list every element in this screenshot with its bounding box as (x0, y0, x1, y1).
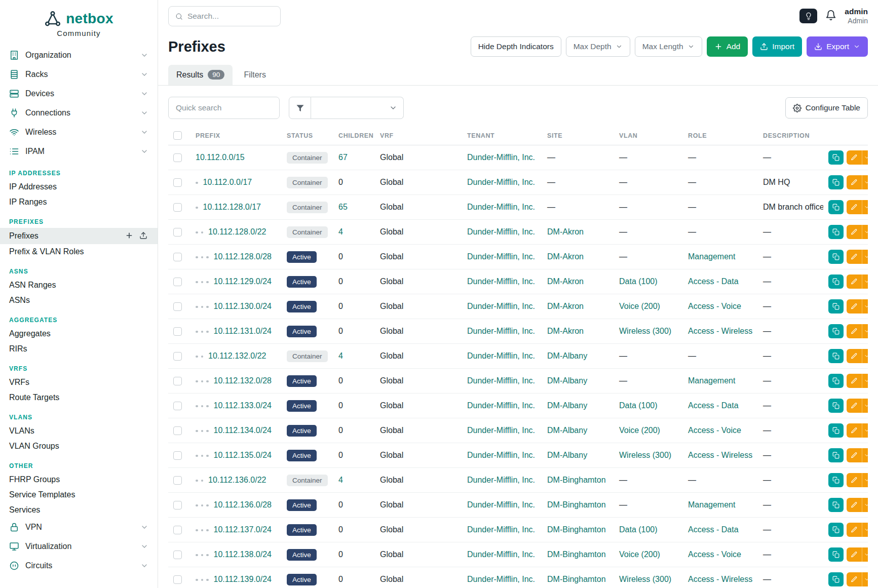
tenant-link[interactable]: Dunder-Mifflin, Inc. (467, 451, 535, 459)
column-header-description[interactable]: DESCRIPTION (758, 126, 823, 145)
edit-dropdown-button[interactable] (862, 498, 868, 512)
clone-button[interactable] (828, 299, 844, 313)
clone-button[interactable] (828, 349, 844, 363)
vlan-link[interactable]: Voice (200) (619, 426, 660, 435)
row-checkbox[interactable] (173, 402, 182, 410)
role-link[interactable]: Management (688, 252, 735, 261)
vlan-link[interactable]: Data (100) (619, 401, 658, 410)
hide-depth-indicators-button[interactable]: Hide Depth Indicators (471, 36, 561, 57)
site-link[interactable]: DM-Albany (547, 376, 587, 385)
tenant-link[interactable]: Dunder-Mifflin, Inc. (467, 178, 535, 186)
children-count[interactable]: 4 (338, 227, 343, 236)
clone-button[interactable] (828, 250, 844, 264)
role-link[interactable]: Management (688, 500, 735, 509)
edit-button[interactable] (847, 200, 862, 214)
clone-button[interactable] (828, 150, 844, 165)
add-button[interactable]: Add (707, 36, 748, 57)
saved-filter-select[interactable] (311, 97, 404, 119)
edit-button[interactable] (847, 225, 862, 239)
edit-button[interactable] (847, 448, 862, 462)
prefix-link[interactable]: 10.112.128.0/22 (208, 227, 266, 236)
role-link[interactable]: Access - Data (688, 525, 739, 534)
row-checkbox[interactable] (173, 228, 182, 237)
tenant-link[interactable]: Dunder-Mifflin, Inc. (467, 476, 535, 484)
vlan-link[interactable]: Wireless (300) (619, 575, 671, 583)
prefix-link[interactable]: 10.112.131.0/24 (214, 327, 272, 335)
prefix-link[interactable]: 10.112.136.0/22 (208, 476, 266, 484)
tab-results[interactable]: Results 90 (168, 65, 233, 85)
edit-dropdown-button[interactable] (862, 423, 868, 438)
edit-button[interactable] (847, 299, 862, 313)
edit-button[interactable] (847, 150, 862, 165)
edit-dropdown-button[interactable] (862, 324, 868, 338)
prefix-link[interactable]: 10.112.137.0/24 (214, 525, 272, 534)
prefix-link[interactable]: 10.112.135.0/24 (214, 451, 272, 459)
column-header-status[interactable]: STATUS (282, 126, 333, 145)
tenant-link[interactable]: Dunder-Mifflin, Inc. (467, 376, 535, 385)
role-link[interactable]: Access - Data (688, 401, 739, 410)
edit-button[interactable] (847, 175, 862, 189)
tenant-link[interactable]: Dunder-Mifflin, Inc. (467, 277, 535, 286)
edit-dropdown-button[interactable] (862, 275, 868, 289)
prefix-link[interactable]: 10.112.132.0/22 (208, 351, 266, 360)
row-checkbox[interactable] (173, 178, 182, 187)
tenant-link[interactable]: Dunder-Mifflin, Inc. (467, 302, 535, 310)
clone-button[interactable] (828, 225, 844, 239)
edit-button[interactable] (847, 324, 862, 338)
site-link[interactable]: DM-Akron (547, 252, 584, 261)
column-header-site[interactable]: SITE (542, 126, 614, 145)
sidebar-item-prefixes[interactable]: Prefixes (0, 228, 158, 244)
row-checkbox[interactable] (173, 253, 182, 261)
edit-dropdown-button[interactable] (862, 200, 868, 214)
sidebar-item-services[interactable]: Services (0, 502, 158, 518)
edit-button[interactable] (847, 349, 862, 363)
export-button[interactable]: Export (807, 36, 868, 57)
tenant-link[interactable]: Dunder-Mifflin, Inc. (467, 252, 535, 261)
column-header-prefix[interactable]: PREFIX (190, 126, 282, 145)
column-header-tenant[interactable]: TENANT (462, 126, 542, 145)
role-link[interactable]: Access - Wireless (688, 327, 752, 335)
row-checkbox[interactable] (173, 278, 182, 286)
sidebar-item-vpn[interactable]: VPN (0, 518, 158, 537)
clone-button[interactable] (828, 448, 844, 462)
brand-logo[interactable]: netbox Community (0, 7, 158, 46)
edit-dropdown-button[interactable] (862, 250, 868, 264)
prefix-link[interactable]: 10.112.136.0/28 (214, 500, 272, 509)
max-depth-dropdown[interactable]: Max Depth (566, 36, 630, 57)
site-link[interactable]: DM-Albany (547, 451, 587, 459)
row-checkbox[interactable] (173, 551, 182, 559)
clone-button[interactable] (828, 473, 844, 487)
max-length-dropdown[interactable]: Max Length (635, 36, 702, 57)
select-all-checkbox[interactable] (173, 131, 182, 140)
vlan-link[interactable]: Voice (200) (619, 550, 660, 559)
edit-dropdown-button[interactable] (862, 523, 868, 537)
sidebar-item-vlan-groups[interactable]: VLAN Groups (0, 439, 158, 454)
site-link[interactable]: DM-Albany (547, 351, 587, 360)
row-checkbox[interactable] (173, 352, 182, 361)
sidebar-item-ip-addresses[interactable]: IP Addresses (0, 179, 158, 194)
edit-dropdown-button[interactable] (862, 150, 868, 165)
prefix-link[interactable]: 10.112.130.0/24 (214, 302, 272, 310)
site-link[interactable]: DM-Binghamton (547, 575, 606, 583)
notifications-button[interactable] (825, 10, 836, 22)
sidebar-item-ipam[interactable]: IPAM (0, 142, 158, 161)
tenant-link[interactable]: Dunder-Mifflin, Inc. (467, 401, 535, 410)
edit-dropdown-button[interactable] (862, 547, 868, 562)
clone-button[interactable] (828, 523, 844, 537)
clone-button[interactable] (828, 399, 844, 413)
edit-dropdown-button[interactable] (862, 448, 868, 462)
vlan-link[interactable]: Wireless (300) (619, 451, 671, 459)
sidebar-item-service-templates[interactable]: Service Templates (0, 487, 158, 502)
clone-button[interactable] (828, 498, 844, 512)
site-link[interactable]: DM-Albany (547, 401, 587, 410)
tenant-link[interactable]: Dunder-Mifflin, Inc. (467, 153, 535, 162)
tenant-link[interactable]: Dunder-Mifflin, Inc. (467, 500, 535, 509)
prefix-link[interactable]: 10.112.0.0/15 (196, 153, 245, 162)
clone-button[interactable] (828, 324, 844, 338)
sidebar-item-circuits[interactable]: Circuits (0, 556, 158, 575)
site-link[interactable]: DM-Binghamton (547, 550, 606, 559)
sidebar-item-route-targets[interactable]: Route Targets (0, 390, 158, 405)
site-link[interactable]: DM-Binghamton (547, 500, 606, 509)
global-search[interactable] (168, 6, 281, 26)
prefix-link[interactable]: 10.112.128.0/28 (214, 252, 272, 261)
